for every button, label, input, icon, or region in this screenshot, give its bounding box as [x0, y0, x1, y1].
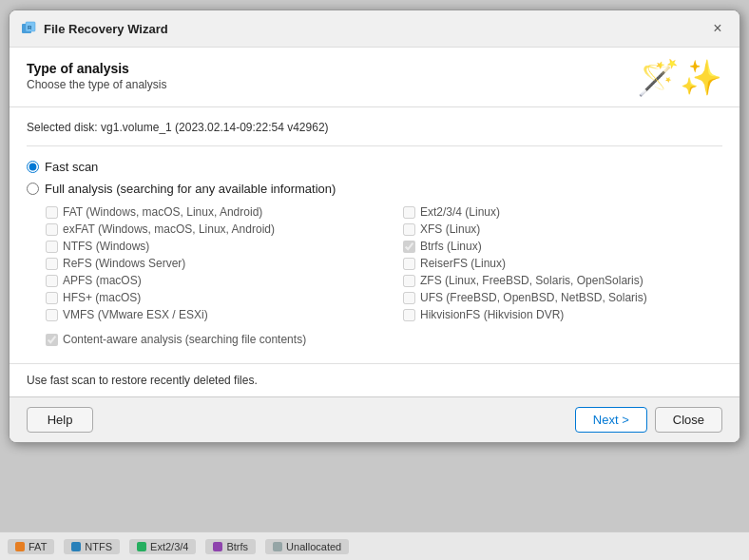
- refs-label: ReFS (Windows Server): [63, 257, 185, 270]
- close-icon[interactable]: ×: [707, 18, 728, 39]
- apfs-checkbox[interactable]: [46, 275, 58, 287]
- analysis-heading: Type of analysis: [27, 61, 166, 76]
- hint-text: Use fast scan to restore recently delete…: [10, 363, 739, 396]
- taskbar-fat: FAT: [8, 539, 54, 554]
- dialog-title: File Recovery Wizard: [44, 22, 168, 36]
- zfs-checkbox[interactable]: [403, 275, 415, 287]
- list-item: VMFS (VMware ESX / ESXi): [46, 306, 365, 323]
- taskbar-ntfs-label: NTFS: [85, 541, 112, 552]
- title-bar: R File Recovery Wizard ×: [10, 10, 739, 48]
- list-item: UFS (FreeBSD, OpenBSD, NetBSD, Solaris): [403, 289, 722, 306]
- list-item: Btrfs (Linux): [403, 238, 722, 255]
- ntfs-label: NTFS (Windows): [63, 240, 149, 253]
- full-analysis-option[interactable]: Full analysis (searching for any availab…: [27, 182, 722, 196]
- taskbar-unallocated-label: Unallocated: [286, 541, 341, 552]
- taskbar-ext: Ext2/3/4: [129, 539, 196, 554]
- ufs-checkbox[interactable]: [403, 292, 415, 304]
- fast-scan-label: Fast scan: [45, 160, 98, 174]
- ext-dot: [137, 542, 146, 551]
- main-content: Selected disk: vg1.volume_1 (2023.02.14-…: [10, 107, 739, 363]
- zfs-label: ZFS (Linux, FreeBSD, Solaris, OpenSolari…: [420, 274, 643, 287]
- taskbar-unallocated: Unallocated: [265, 539, 349, 554]
- filesystem-grid: FAT (Windows, macOS, Linux, Android) exF…: [46, 203, 722, 323]
- ntfs-checkbox[interactable]: [46, 241, 58, 253]
- taskbar-ntfs: NTFS: [64, 539, 120, 554]
- xfs-checkbox[interactable]: [403, 223, 415, 236]
- selected-disk-info: Selected disk: vg1.volume_1 (2023.02.14-…: [27, 107, 722, 146]
- list-item: ReiserFS (Linux): [403, 255, 722, 272]
- fs-right-col: Ext2/3/4 (Linux) XFS (Linux) Btrfs (Linu…: [403, 203, 722, 323]
- hikvision-checkbox[interactable]: [403, 309, 415, 321]
- ufs-label: UFS (FreeBSD, OpenBSD, NetBSD, Solaris): [420, 291, 647, 304]
- vmfs-checkbox[interactable]: [46, 309, 58, 321]
- wizard-icon: 🪄✨: [637, 61, 722, 95]
- header-section: Type of analysis Choose the type of anal…: [10, 48, 739, 107]
- taskbar: FAT NTFS Ext2/3/4 Btrfs Unallocated: [0, 531, 749, 560]
- ntfs-dot: [71, 542, 81, 551]
- list-item: NTFS (Windows): [46, 238, 365, 255]
- ext234-label: Ext2/3/4 (Linux): [420, 205, 500, 219]
- list-item: ReFS (Windows Server): [46, 255, 365, 272]
- vmfs-label: VMFS (VMware ESX / ESXi): [63, 308, 208, 321]
- content-aware-checkbox[interactable]: [46, 334, 58, 346]
- fast-scan-radio[interactable]: [27, 161, 39, 173]
- help-button[interactable]: Help: [27, 407, 93, 433]
- list-item: HikvisionFS (Hikvision DVR): [403, 306, 722, 323]
- scan-options: Fast scan Full analysis (searching for a…: [27, 146, 722, 363]
- reiserfs-checkbox[interactable]: [403, 258, 415, 270]
- full-analysis-radio[interactable]: [27, 183, 39, 195]
- list-item: ZFS (Linux, FreeBSD, Solaris, OpenSolari…: [403, 272, 722, 289]
- btrfs-label: Btrfs (Linux): [420, 240, 482, 253]
- fat-dot: [15, 542, 25, 551]
- apfs-label: APFS (macOS): [63, 274, 142, 287]
- hikvision-label: HikvisionFS (Hikvision DVR): [420, 308, 564, 321]
- full-analysis-label: Full analysis (searching for any availab…: [45, 182, 336, 196]
- fat-checkbox[interactable]: [46, 206, 58, 219]
- next-button[interactable]: Next >: [575, 407, 647, 433]
- hfsplus-checkbox[interactable]: [46, 292, 58, 304]
- svg-text:R: R: [28, 25, 32, 30]
- fs-left-col: FAT (Windows, macOS, Linux, Android) exF…: [46, 203, 365, 323]
- title-bar-left: R File Recovery Wizard: [21, 21, 168, 36]
- taskbar-fat-label: FAT: [29, 541, 47, 552]
- content-aware-label: Content-aware analysis (searching file c…: [63, 333, 306, 346]
- taskbar-btrfs-label: Btrfs: [226, 541, 248, 552]
- btrfs-checkbox[interactable]: [403, 241, 415, 253]
- exfat-label: exFAT (Windows, macOS, Linux, Android): [63, 222, 275, 236]
- hfsplus-label: HFS+ (macOS): [63, 291, 141, 304]
- exfat-checkbox[interactable]: [46, 223, 58, 236]
- header-text: Type of analysis Choose the type of anal…: [27, 61, 166, 91]
- refs-checkbox[interactable]: [46, 258, 58, 270]
- list-item: APFS (macOS): [46, 272, 365, 289]
- footer-right-buttons: Next > Close: [575, 407, 722, 433]
- file-recovery-dialog: R File Recovery Wizard × Type of analysi…: [9, 10, 740, 443]
- fat-label: FAT (Windows, macOS, Linux, Android): [63, 205, 262, 219]
- dialog-footer: Help Next > Close: [10, 396, 739, 442]
- list-item: Ext2/3/4 (Linux): [403, 203, 722, 221]
- taskbar-btrfs: Btrfs: [205, 539, 256, 554]
- list-item: FAT (Windows, macOS, Linux, Android): [46, 203, 365, 221]
- unallocated-dot: [273, 542, 282, 551]
- list-item: exFAT (Windows, macOS, Linux, Android): [46, 221, 365, 238]
- ext234-checkbox[interactable]: [403, 206, 415, 219]
- xfs-label: XFS (Linux): [420, 222, 480, 236]
- reiserfs-label: ReiserFS (Linux): [420, 257, 506, 270]
- dialog-close-button[interactable]: Close: [655, 407, 722, 433]
- list-item: HFS+ (macOS): [46, 289, 365, 306]
- fast-scan-option[interactable]: Fast scan: [27, 160, 722, 174]
- list-item: XFS (Linux): [403, 221, 722, 238]
- btrfs-dot: [213, 542, 222, 551]
- taskbar-ext-label: Ext2/3/4: [150, 541, 188, 552]
- app-icon: R: [21, 21, 36, 36]
- content-aware-option: Content-aware analysis (searching file c…: [46, 333, 722, 346]
- analysis-subheading: Choose the type of analysis: [27, 78, 166, 91]
